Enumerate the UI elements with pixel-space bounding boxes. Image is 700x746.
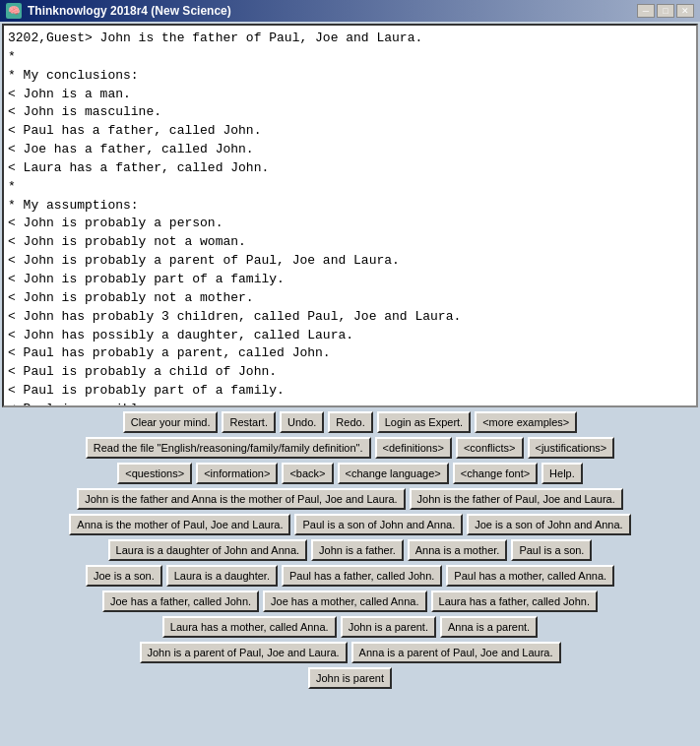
example-btn-2b[interactable]: Paul is a son of John and Anna. [294, 514, 463, 535]
example-btn-3a[interactable]: Laura is a daughter of John and Anna. [108, 539, 308, 561]
text-line: < Paul has probably a parent, called Joh… [8, 344, 692, 363]
example-btn-3d[interactable]: Paul is a son. [511, 539, 592, 561]
example-btn-1b[interactable]: John is the father of Paul, Joe and Laur… [410, 488, 623, 510]
text-line: < John is probably a person. [8, 215, 692, 233]
close-button[interactable]: ✕ [676, 4, 694, 18]
example-btn-3b[interactable]: John is a father. [311, 539, 404, 561]
information-button[interactable]: <information> [196, 463, 278, 484]
example-btn-4b[interactable]: Laura is a daughter. [166, 565, 278, 587]
text-line: < Paul is possibly a person. [8, 401, 692, 407]
text-output: 3202,Guest> John is the father of Paul, … [8, 30, 692, 407]
toolbar-row: Clear your mind. Restart. Undo. Redo. Lo… [4, 411, 696, 433]
text-line: < John is a man. [8, 86, 692, 104]
text-line: * My conclusions: [8, 67, 692, 86]
text-line: < John has possibly a daughter, called L… [8, 327, 692, 345]
example-btn-7a[interactable]: John is a parent of Paul, Joe and Laura. [140, 642, 348, 663]
window-controls[interactable]: ─ □ ✕ [637, 4, 694, 18]
text-line: < John is masculine. [8, 103, 692, 122]
text-line: < John is probably not a mother. [8, 289, 692, 308]
examples-row4: Joe is a son. Laura is a daughter. Paul … [4, 565, 696, 587]
examples-row3: Laura is a daughter of John and Anna. Jo… [4, 539, 696, 561]
app-icon: 🧠 [6, 3, 22, 19]
example-btn-2c[interactable]: Joe is a son of John and Anna. [467, 514, 630, 535]
example-btn-6b[interactable]: John is a parent. [341, 616, 436, 638]
example-btn-4a[interactable]: Joe is a son. [86, 565, 162, 587]
example-btn-6c[interactable]: Anna is a parent. [440, 616, 538, 638]
button-area: Clear your mind. Restart. Undo. Redo. Lo… [2, 407, 698, 744]
more-examples-button[interactable]: <more examples> [475, 411, 577, 433]
justifications-button[interactable]: <justifications> [528, 437, 615, 459]
window-title: Thinknowlogy 2018r4 (New Science) [28, 4, 231, 18]
examples-row8: John is parent [4, 667, 696, 689]
text-line: < Laura has a father, called John. [8, 159, 692, 178]
clear-button[interactable]: Clear your mind. [123, 411, 219, 433]
undo-button[interactable]: Undo. [280, 411, 324, 433]
example-btn-6a[interactable]: Laura has a mother, called Anna. [162, 616, 337, 638]
questions-button[interactable]: <questions> [117, 463, 192, 484]
title-bar: 🧠 Thinknowlogy 2018r4 (New Science) ─ □ … [0, 0, 700, 22]
text-line: < Paul has a father, called John. [8, 122, 692, 141]
example-btn-3c[interactable]: Anna is a mother. [408, 539, 508, 561]
example-btn-8a[interactable]: John is parent [308, 667, 392, 689]
help-button[interactable]: Help. [541, 463, 583, 484]
definitions-button[interactable]: <definitions> [375, 437, 452, 459]
file-row: Read the file "English/reasoning/family/… [4, 437, 696, 459]
text-line: 3202,Guest> John is the father of Paul, … [8, 30, 692, 48]
examples-row7: John is a parent of Paul, Joe and Laura.… [4, 642, 696, 663]
example-btn-4d[interactable]: Paul has a mother, called Anna. [446, 565, 614, 587]
text-line: < Paul is probably a child of John. [8, 363, 692, 382]
text-line: * My assumptions: [8, 197, 692, 216]
text-line: * [8, 178, 692, 197]
text-line: < John is probably part of a family. [8, 271, 692, 289]
example-btn-5c[interactable]: Laura has a father, called John. [431, 591, 599, 612]
text-line: < Paul is probably part of a family. [8, 382, 692, 401]
text-line: < John is probably a parent of Paul, Joe… [8, 252, 692, 271]
text-line: * [8, 48, 692, 67]
output-area[interactable]: 3202,Guest> John is the father of Paul, … [2, 24, 698, 407]
text-line: < John is probably not a woman. [8, 233, 692, 252]
examples-row5: Joe has a father, called John. Joe has a… [4, 591, 696, 612]
example-btn-1a[interactable]: John is the father and Anna is the mothe… [77, 488, 405, 510]
text-line: < Joe has a father, called John. [8, 141, 692, 159]
example-btn-7b[interactable]: Anna is a parent of Paul, Joe and Laura. [351, 642, 561, 663]
restart-button[interactable]: Restart. [222, 411, 276, 433]
redo-button[interactable]: Redo. [328, 411, 372, 433]
text-line: < John has probably 3 children, called P… [8, 308, 692, 327]
examples-row6: Laura has a mother, called Anna. John is… [4, 616, 696, 638]
examples-row2: Anna is the mother of Paul, Joe and Laur… [4, 514, 696, 535]
change-language-button[interactable]: <change language> [338, 463, 449, 484]
example-btn-2a[interactable]: Anna is the mother of Paul, Joe and Laur… [69, 514, 290, 535]
example-btn-5b[interactable]: Joe has a mother, called Anna. [263, 591, 426, 612]
examples-row1: John is the father and Anna is the mothe… [4, 488, 696, 510]
example-btn-4c[interactable]: Paul has a father, called John. [282, 565, 442, 587]
back-button[interactable]: <back> [282, 463, 333, 484]
minimize-button[interactable]: ─ [637, 4, 655, 18]
login-button[interactable]: Login as Expert. [377, 411, 472, 433]
conflicts-button[interactable]: <conflicts> [456, 437, 524, 459]
nav-row: <questions> <information> <back> <change… [4, 463, 696, 484]
main-content: 3202,Guest> John is the father of Paul, … [0, 22, 700, 746]
read-file-button[interactable]: Read the file "English/reasoning/family/… [86, 437, 371, 459]
maximize-button[interactable]: □ [657, 4, 674, 18]
example-btn-5a[interactable]: Joe has a father, called John. [102, 591, 259, 612]
change-font-button[interactable]: <change font> [453, 463, 538, 484]
